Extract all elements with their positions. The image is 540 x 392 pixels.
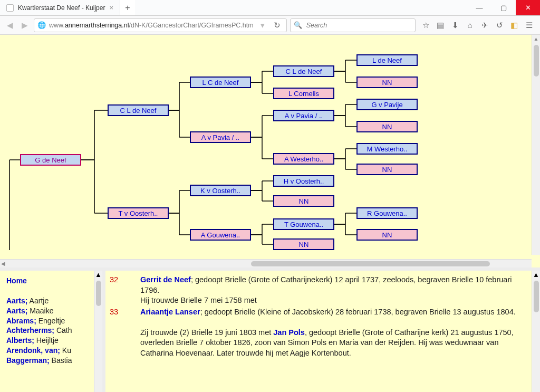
search-icon: 🔍 bbox=[294, 21, 302, 29]
menu-icon[interactable]: ☰ bbox=[522, 18, 536, 32]
index-entry[interactable]: Baggerman; Bastia bbox=[6, 356, 92, 366]
chart-vertical-scrollbar-thumb[interactable] bbox=[534, 45, 539, 77]
ancestor-node[interactable]: G de Neef bbox=[20, 154, 81, 166]
kekule-number: 33 bbox=[110, 307, 131, 359]
reload-button[interactable]: ↻ bbox=[272, 20, 283, 31]
url-text: www.annemarthsterringa.nl/dN-K/GGancesto… bbox=[49, 22, 254, 29]
search-input[interactable] bbox=[305, 21, 412, 30]
scroll-up-icon[interactable]: ▲ bbox=[95, 271, 102, 279]
pocket-icon[interactable]: ◧ bbox=[507, 18, 521, 32]
chart-horizontal-scrollbar-thumb[interactable] bbox=[251, 261, 490, 266]
ancestor-node[interactable]: NN bbox=[356, 77, 418, 88]
ancestor-node[interactable]: NN bbox=[273, 238, 334, 250]
index-scrollbar[interactable]: ▲ bbox=[94, 271, 102, 392]
back-button[interactable]: ◀ bbox=[4, 20, 16, 31]
send-icon[interactable]: ✈ bbox=[478, 18, 491, 32]
ancestor-node[interactable]: T v Oosterh.. bbox=[108, 207, 169, 219]
minimize-button[interactable]: — bbox=[467, 0, 491, 15]
identity-icon[interactable]: 🌐 bbox=[37, 21, 46, 29]
person-name-link[interactable]: Ariaantje Lanser bbox=[140, 308, 200, 316]
ancestor-node[interactable]: T Gouwena.. bbox=[273, 218, 334, 230]
browser-navbar: ◀ ▶ 🌐 www.annemarthsterringa.nl/dN-K/GGa… bbox=[0, 16, 540, 35]
window-titlebar: Kwartierstaat De Neef - Kuijper × + — ▢ … bbox=[0, 0, 540, 16]
ancestor-node[interactable]: NN bbox=[356, 229, 418, 241]
ancestor-chart-frame: G de NeefC L de NeefT v Oosterh..L C de … bbox=[0, 35, 540, 271]
chart-horizontal-scrollbar[interactable]: ◀ bbox=[0, 259, 532, 267]
scroll-up-icon[interactable]: ▲ bbox=[533, 271, 539, 279]
detail-frame: 32Gerrit de Neef; gedoopt Brielle (Grote… bbox=[105, 271, 540, 392]
person-name-link[interactable]: Gerrit de Neef bbox=[140, 275, 191, 284]
close-window-button[interactable]: ✕ bbox=[516, 0, 540, 15]
ancestor-node[interactable]: NN bbox=[356, 164, 418, 175]
sync-icon[interactable]: ↺ bbox=[493, 18, 506, 32]
index-entry[interactable]: Aarts; Aartje bbox=[6, 296, 92, 306]
home-icon[interactable]: ⌂ bbox=[463, 18, 477, 32]
index-entry[interactable]: Arendonk, van; Ku bbox=[6, 346, 92, 356]
maximize-button[interactable]: ▢ bbox=[491, 0, 516, 15]
scroll-left-icon[interactable]: ◀ bbox=[0, 260, 6, 267]
forward-button[interactable]: ▶ bbox=[19, 20, 31, 31]
ancestor-node[interactable]: NN bbox=[356, 121, 418, 132]
ancestor-node[interactable]: A Gouwena.. bbox=[190, 229, 251, 241]
window-controls: — ▢ ✕ bbox=[467, 0, 540, 15]
ancestor-node[interactable]: NN bbox=[273, 195, 334, 207]
index-entry[interactable]: Abrams; Engeltje bbox=[6, 316, 92, 326]
new-tab-button[interactable]: + bbox=[120, 0, 135, 15]
downloads-icon[interactable]: ⬇ bbox=[448, 18, 462, 32]
index-home-link[interactable]: Home bbox=[6, 276, 27, 285]
close-tab-icon[interactable]: × bbox=[109, 4, 113, 12]
reader-mode-icon[interactable]: ▾ bbox=[257, 20, 268, 31]
ancestor-node[interactable]: H v Oosterh.. bbox=[273, 175, 334, 187]
address-bar[interactable]: 🌐 www.annemarthsterringa.nl/dN-K/GGances… bbox=[34, 18, 287, 32]
scroll-up-icon[interactable]: ▲ bbox=[533, 35, 540, 43]
ancestor-node[interactable]: A Westerho.. bbox=[273, 153, 334, 165]
bookmark-star-icon[interactable]: ☆ bbox=[419, 18, 432, 32]
ancestor-node[interactable]: A v Pavia / .. bbox=[190, 131, 251, 143]
search-bar[interactable]: 🔍 bbox=[290, 18, 416, 32]
library-icon[interactable]: ▤ bbox=[433, 18, 447, 32]
browser-tab[interactable]: Kwartierstaat De Neef - Kuijper × bbox=[0, 0, 120, 15]
index-scrollbar-thumb[interactable] bbox=[96, 281, 101, 306]
person-name-link[interactable]: Jan Pols bbox=[273, 328, 305, 337]
chart-vertical-scrollbar[interactable]: ▲ bbox=[532, 35, 540, 255]
detail-scrollbar-thumb[interactable] bbox=[534, 281, 539, 312]
ancestor-node[interactable]: C L de Neef bbox=[108, 104, 169, 116]
index-frame: HomeAarts; AartjeAarts; MaaikeAbrams; En… bbox=[0, 271, 105, 392]
ancestor-node[interactable]: K v Oosterh.. bbox=[190, 185, 251, 196]
detail-scrollbar[interactable]: ▲ bbox=[532, 271, 540, 392]
ancestor-node[interactable]: L Cornelis bbox=[273, 88, 334, 99]
index-entry[interactable]: Alberts; Heijltje bbox=[6, 336, 92, 346]
index-entry[interactable]: Aarts; Maaike bbox=[6, 306, 92, 316]
ancestor-node[interactable]: R Gouwena.. bbox=[356, 207, 418, 219]
ancestor-node[interactable]: G v Pavije bbox=[356, 99, 418, 110]
ancestor-node[interactable]: A v Pavia / .. bbox=[273, 110, 334, 121]
tab-favicon bbox=[6, 4, 14, 12]
ancestor-node[interactable]: C L de Neef bbox=[273, 65, 334, 77]
ancestor-node[interactable]: L C de Neef bbox=[190, 77, 251, 88]
ancestor-node[interactable]: L de Neef bbox=[356, 54, 418, 66]
kekule-number: 32 bbox=[110, 275, 131, 306]
tab-title: Kwartierstaat De Neef - Kuijper bbox=[18, 4, 105, 12]
ancestor-node[interactable]: M Westerho.. bbox=[356, 143, 418, 155]
detail-entry: 33Ariaantje Lanser; gedoopt Brielle (Kle… bbox=[110, 307, 529, 359]
detail-entry: 32Gerrit de Neef; gedoopt Brielle (Grote… bbox=[110, 275, 529, 306]
index-entry[interactable]: Achterherms; Cath bbox=[6, 326, 92, 336]
